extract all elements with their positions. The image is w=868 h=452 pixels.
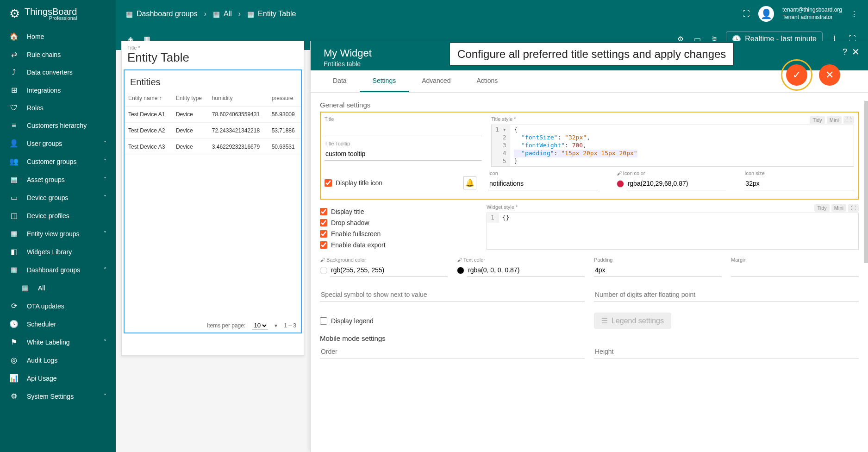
bg-color-swatch[interactable] (320, 267, 327, 274)
sidebar-item-api-usage[interactable]: 📊Api Usage (0, 369, 116, 387)
sidebar-item-white-labeling[interactable]: ⚑White Labeling˅ (0, 333, 116, 351)
page-range: 1 – 3 (284, 322, 296, 329)
sidebar-item-all[interactable]: ▦All (0, 279, 116, 297)
tab-settings[interactable]: Settings (360, 70, 409, 92)
sidebar-item-user-groups[interactable]: 👤User groups˅ (0, 134, 116, 152)
sidebar-item-roles[interactable]: 🛡Roles (0, 99, 116, 117)
breadcrumb-l3[interactable]: ▦ Entity Table (247, 10, 296, 19)
mobile-section-header: Mobile mode settings (320, 334, 859, 342)
sidebar-item-audit-logs[interactable]: ◎Audit Logs (0, 351, 116, 369)
text-color-input[interactable] (467, 264, 585, 277)
drop-shadow-checkbox[interactable] (320, 219, 327, 226)
padding-input[interactable] (594, 264, 722, 277)
height-input[interactable] (594, 345, 859, 358)
sidebar-item-ota-updates[interactable]: ⟳OTA updates (0, 297, 116, 315)
user-meta: tenant@thingsboard.org Tenant administra… (782, 6, 842, 21)
dash-icon: ▦ (9, 265, 19, 274)
settings-icon: ⚙ (9, 392, 19, 401)
icon-input[interactable] (488, 177, 598, 190)
chevron-icon: ˅ (104, 195, 106, 201)
fullscreen-code-icon-2[interactable]: ⛶ (848, 204, 859, 212)
nav: 🏠Home⇄Rule chains⤴Data converters⊞Integr… (0, 27, 116, 452)
tidy-button[interactable]: Tidy (810, 116, 824, 124)
title-style-editor[interactable]: 1 ▾2345 { "fontSize": "32px", "fontWeigh… (491, 125, 854, 167)
tab-actions[interactable]: Actions (463, 70, 511, 92)
profile-icon: ◫ (9, 211, 19, 220)
col-entity-name[interactable]: Entity name ↑ (125, 90, 172, 107)
icon-color-input[interactable] (627, 177, 726, 190)
entity-header: Entities (125, 70, 301, 90)
icon-size-input[interactable] (744, 177, 854, 190)
table-row[interactable]: Test Device A3Device3.4622923231667950.6… (125, 139, 301, 155)
sidebar-item-customer-groups[interactable]: 👥Customer groups˅ (0, 152, 116, 170)
icon-preview: 🔔 (463, 176, 476, 189)
sidebar-item-dashboard-groups[interactable]: ▦Dashboard groups˄ (0, 261, 116, 279)
title-tooltip-input[interactable] (325, 147, 482, 161)
more-icon[interactable]: ⋮ (850, 10, 858, 19)
card-title: Entity Table (122, 50, 304, 69)
tab-data[interactable]: Data (320, 70, 360, 92)
sidebar-item-entity-view-groups[interactable]: ▦Entity view groups˅ (0, 225, 116, 243)
display-legend-checkbox[interactable] (320, 317, 327, 325)
mini-button-2[interactable]: Mini (831, 204, 846, 212)
title-input[interactable] (325, 123, 482, 136)
breadcrumb-l1[interactable]: ▦ Dashboard groups (126, 10, 198, 19)
sidebar-item-device-groups[interactable]: ▭Device groups˅ (0, 188, 116, 207)
tidy-button-2[interactable]: Tidy (814, 204, 829, 212)
pager: Items per page: 10 ▾ 1 – 3 (129, 321, 296, 330)
sidebar-item-device-profiles[interactable]: ◫Device profiles (0, 207, 116, 225)
help-icon[interactable]: ? (843, 47, 847, 57)
sidebar-item-scheduler[interactable]: 🕓Scheduler (0, 315, 116, 333)
sidebar-item-system-settings[interactable]: ⚙System Settings˅ (0, 387, 116, 405)
col-humidity[interactable]: humidity (208, 90, 268, 107)
avatar[interactable]: 👤 (758, 6, 774, 22)
integ-icon: ⊞ (9, 86, 19, 94)
order-input[interactable] (320, 345, 585, 358)
sidebar-item-customers-hierarchy[interactable]: ≡Customers hierarchy (0, 117, 116, 134)
sidebar-item-integrations[interactable]: ⊞Integrations (0, 81, 116, 99)
cust-icon: 👥 (9, 157, 19, 166)
icon-color-swatch[interactable] (617, 180, 624, 188)
text-color-swatch[interactable] (457, 267, 464, 274)
special-symbol-input[interactable] (320, 288, 585, 301)
display-title-checkbox[interactable] (320, 208, 327, 215)
logo-icon: ⚙ (9, 6, 20, 21)
chevron-icon: ˅ (104, 231, 106, 237)
display-title-icon-checkbox[interactable] (325, 179, 332, 187)
col-entity-type[interactable]: Entity type (172, 90, 208, 107)
close-icon[interactable]: ✕ (852, 46, 860, 57)
user-icon: 👤 (9, 139, 19, 148)
scrollbar[interactable] (864, 101, 868, 263)
sidebar: ⚙ ThingsBoard Professional 🏠Home⇄Rule ch… (0, 0, 116, 452)
chevron-icon: ˄ (104, 267, 106, 273)
enable-fullscreen-checkbox[interactable] (320, 230, 327, 238)
entity-widget[interactable]: Entities Entity name ↑Entity typehumidit… (124, 69, 302, 333)
table-row[interactable]: Test Device A1Device78.602406355943156.9… (125, 107, 301, 123)
sched-icon: 🕓 (9, 320, 19, 328)
tab-advanced[interactable]: Advanced (409, 70, 463, 92)
mini-button[interactable]: Mini (827, 116, 842, 124)
breadcrumb: ▦ Dashboard groups › ▦ All › ▦ Entity Ta… (126, 10, 296, 19)
table-row[interactable]: Test Device A2Device72.243342134221853.7… (125, 123, 301, 139)
sidebar-item-home[interactable]: 🏠Home (0, 27, 116, 45)
breadcrumb-l2[interactable]: ▦ All (213, 10, 232, 19)
sidebar-item-data-converters[interactable]: ⤴Data converters (0, 63, 116, 81)
chevron-icon: ˅ (104, 393, 106, 400)
home-icon: 🏠 (9, 32, 19, 41)
widget-style-editor[interactable]: 1{} (487, 213, 859, 250)
fullscreen-icon[interactable]: ⛶ (743, 10, 750, 18)
page-size-select[interactable]: 10 (252, 321, 268, 330)
margin-input[interactable] (731, 264, 859, 277)
legend-settings-button: ☰ Legend settings (594, 313, 671, 329)
sidebar-item-rule-chains[interactable]: ⇄Rule chains (0, 45, 116, 63)
general-settings-header: General settings (320, 101, 859, 109)
bg-color-input[interactable] (330, 264, 448, 277)
sidebar-item-asset-groups[interactable]: ▤Asset groups˅ (0, 170, 116, 188)
fullscreen-code-icon[interactable]: ⛶ (843, 116, 854, 124)
cancel-button[interactable]: ✕ (819, 64, 840, 86)
col-pressure[interactable]: pressure (268, 90, 301, 107)
enable-export-checkbox[interactable] (320, 241, 327, 249)
sidebar-item-widgets-library[interactable]: ◧Widgets Library (0, 243, 116, 261)
apply-button[interactable]: ✓ (786, 64, 807, 86)
digits-input[interactable] (594, 288, 859, 301)
